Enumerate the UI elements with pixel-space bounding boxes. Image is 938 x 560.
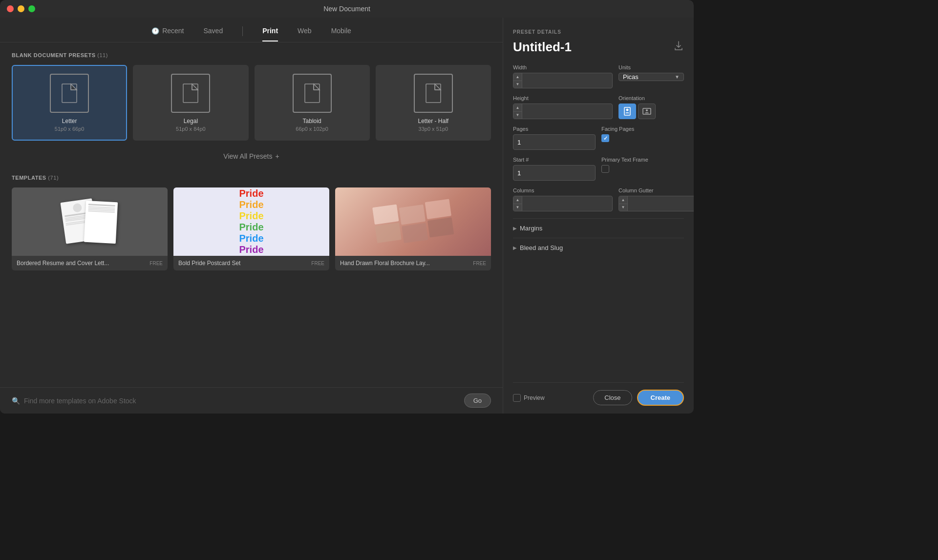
svg-marker-9: [314, 84, 320, 90]
tab-print-label: Print: [262, 27, 278, 35]
tabs-bar: 🕐 Recent Saved Print Web Mobile: [0, 18, 503, 42]
width-input[interactable]: 51p0: [522, 77, 612, 84]
close-traffic-light[interactable]: [7, 5, 14, 12]
portrait-button[interactable]: [618, 104, 636, 119]
action-buttons: Close Create: [593, 390, 684, 406]
preview-checkbox[interactable]: [513, 394, 521, 402]
column-gutter-field[interactable]: ▲ ▼ 1p0: [618, 196, 694, 211]
svg-rect-4: [183, 84, 198, 103]
preview-row: Preview: [513, 394, 545, 402]
preset-legal-icon: [171, 74, 210, 113]
columns-input[interactable]: 1: [522, 200, 612, 207]
template-pride-thumb: Pride Pride Pride Pride Pride Pride: [173, 187, 329, 256]
width-down[interactable]: ▼: [513, 81, 522, 88]
svg-rect-16: [624, 107, 630, 115]
pages-field[interactable]: 1: [513, 134, 596, 150]
start-hash-group: Start # 1: [513, 157, 596, 181]
width-stepper[interactable]: ▲ ▼: [513, 73, 522, 88]
template-pride-badge: FREE: [311, 261, 324, 266]
start-hash-field[interactable]: 1: [513, 165, 596, 181]
preset-tabloid-size: 66p0 x 102p0: [296, 126, 328, 132]
window-title: New Document: [323, 5, 370, 13]
tab-print[interactable]: Print: [262, 27, 278, 41]
view-all-presets-button[interactable]: View All Presets +: [12, 147, 491, 165]
columns-down[interactable]: ▼: [513, 204, 522, 211]
maximize-traffic-light[interactable]: [28, 5, 35, 12]
template-pride[interactable]: Pride Pride Pride Pride Pride Pride Bold…: [173, 187, 329, 270]
columns-gutter-row: Columns ▲ ▼ 1 Column Gutter ▲ ▼ 1p0: [513, 187, 684, 211]
tab-web[interactable]: Web: [298, 27, 312, 41]
column-gutter-input[interactable]: 1p0: [628, 200, 694, 207]
height-up[interactable]: ▲: [513, 104, 522, 112]
column-gutter-group: Column Gutter ▲ ▼ 1p0: [618, 187, 694, 211]
tab-saved-label: Saved: [203, 27, 223, 35]
orientation-group: Orientation: [618, 95, 684, 119]
preset-tabloid-name: Tabloid: [303, 118, 321, 124]
template-floral-thumb: [335, 187, 491, 256]
units-dropdown-arrow: ▼: [675, 74, 680, 80]
bleed-slug-arrow: ▶: [513, 245, 517, 250]
preset-tabloid[interactable]: Tabloid 66p0 x 102p0: [255, 65, 370, 141]
height-field[interactable]: ▲ ▼ 66p0: [513, 104, 613, 119]
width-field[interactable]: ▲ ▼ 51p0: [513, 73, 613, 88]
tab-recent-label: Recent: [162, 27, 184, 35]
stock-search-input-area[interactable]: 🔍 Find more templates on Adobe Stock: [12, 397, 459, 405]
minimize-traffic-light[interactable]: [18, 5, 24, 12]
columns-stepper[interactable]: ▲ ▼: [513, 196, 522, 211]
close-button[interactable]: Close: [593, 390, 632, 405]
preset-legal[interactable]: Legal 51p0 x 84p0: [133, 65, 248, 141]
blanks-section-header: BLANK DOCUMENT PRESETS (11): [12, 52, 491, 58]
tab-saved[interactable]: Saved: [203, 27, 223, 41]
create-button[interactable]: Create: [637, 390, 684, 406]
svg-marker-1: [71, 84, 77, 90]
tab-mobile-label: Mobile: [331, 27, 351, 35]
traffic-lights: [7, 5, 35, 12]
bleed-slug-header[interactable]: ▶ Bleed and Slug: [513, 244, 684, 251]
margins-collapsible: ▶ Margins: [513, 218, 684, 238]
column-gutter-down[interactable]: ▼: [619, 204, 627, 211]
height-input[interactable]: 66p0: [522, 108, 612, 115]
units-label: Units: [618, 64, 684, 70]
height-stepper[interactable]: ▲ ▼: [513, 104, 522, 119]
columns-up[interactable]: ▲: [513, 196, 522, 204]
svg-rect-0: [62, 84, 77, 103]
templates-section-header: TEMPLATES (71): [12, 175, 491, 181]
svg-rect-12: [426, 84, 441, 103]
facing-pages-label: Facing Pages: [601, 126, 684, 132]
search-icon: 🔍: [12, 397, 20, 405]
columns-field[interactable]: ▲ ▼ 1: [513, 196, 613, 211]
preset-details-label: PRESET DETAILS: [513, 29, 684, 35]
preset-letter-half[interactable]: Letter - Half 33p0 x 51p0: [376, 65, 491, 141]
left-panel: 🕐 Recent Saved Print Web Mobile BLANK DO…: [0, 18, 503, 414]
column-gutter-stepper[interactable]: ▲ ▼: [619, 196, 628, 211]
height-down[interactable]: ▼: [513, 112, 522, 119]
primary-text-checkbox[interactable]: [601, 165, 609, 173]
template-floral[interactable]: Hand Drawn Floral Brochure Lay... FREE: [335, 187, 491, 270]
template-resume-thumb: [12, 187, 168, 256]
orientation-label: Orientation: [618, 95, 684, 101]
stock-go-button[interactable]: Go: [464, 394, 491, 408]
template-resume[interactable]: Bordered Resume and Cover Lett... FREE: [12, 187, 168, 270]
column-gutter-up[interactable]: ▲: [619, 196, 627, 204]
height-group: Height ▲ ▼ 66p0: [513, 95, 613, 119]
units-select[interactable]: Picas ▼: [618, 73, 684, 81]
height-label: Height: [513, 95, 613, 101]
svg-point-17: [626, 109, 629, 111]
tab-divider: [242, 26, 243, 36]
width-up[interactable]: ▲: [513, 73, 522, 81]
columns-group: Columns ▲ ▼ 1: [513, 187, 613, 211]
units-group: Units Picas ▼: [618, 64, 684, 81]
blanks-label: BLANK DOCUMENT PRESETS: [12, 52, 96, 58]
tab-mobile[interactable]: Mobile: [331, 27, 351, 41]
facing-pages-checkbox[interactable]: ✓: [601, 134, 609, 142]
save-preset-icon[interactable]: [673, 41, 684, 54]
view-all-icon: +: [275, 152, 279, 160]
preset-letter[interactable]: Letter 51p0 x 66p0: [12, 65, 127, 141]
landscape-button[interactable]: [638, 104, 656, 119]
template-resume-badge: FREE: [149, 261, 163, 266]
tab-recent[interactable]: 🕐 Recent: [151, 27, 184, 41]
preset-letter-half-size: 33p0 x 51p0: [419, 126, 448, 132]
preset-letter-icon: [50, 74, 89, 113]
margins-header[interactable]: ▶ Margins: [513, 225, 684, 232]
preset-letter-size: 51p0 x 66p0: [55, 126, 85, 132]
